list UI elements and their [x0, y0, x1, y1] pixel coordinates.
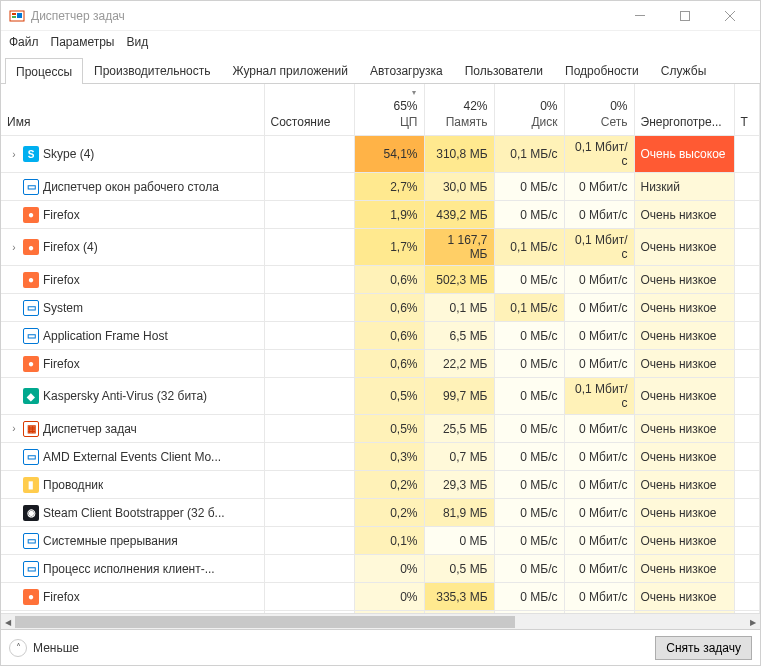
mem-cell: 310,8 МБ — [424, 136, 494, 173]
extra-cell — [734, 201, 760, 229]
process-name: Application Frame Host — [43, 329, 168, 343]
col-header-cpu[interactable]: ▾65%ЦП — [354, 84, 424, 136]
table-row[interactable]: ▭Диспетчер окон рабочего стола2,7%30,0 М… — [1, 173, 760, 201]
net-cell: 0 Мбит/с — [564, 322, 634, 350]
table-row[interactable]: ◆Kaspersky Anti-Virus (32 бита)0,5%99,7 … — [1, 378, 760, 415]
col-header-disk[interactable]: 0%Диск — [494, 84, 564, 136]
firefox-icon: ● — [23, 207, 39, 223]
power-cell: Очень низкое — [634, 415, 734, 443]
status-cell — [264, 378, 354, 415]
process-name: Firefox — [43, 357, 80, 371]
net-cell: 0 Мбит/с — [564, 350, 634, 378]
minimize-button[interactable] — [617, 1, 662, 31]
status-cell — [264, 136, 354, 173]
maximize-button[interactable] — [662, 1, 707, 31]
cpu-cell: 0,5% — [354, 415, 424, 443]
power-cell: Очень низкое — [634, 350, 734, 378]
svg-rect-1 — [12, 13, 16, 15]
table-row[interactable]: ›SSkype (4)54,1%310,8 МБ0,1 МБ/с0,1 Мбит… — [1, 136, 760, 173]
table-row[interactable]: ▭Application Frame Host0,6%6,5 МБ0 МБ/с0… — [1, 322, 760, 350]
net-cell: 0 Мбит/с — [564, 471, 634, 499]
extra-cell — [734, 229, 760, 266]
mem-cell: 25,5 МБ — [424, 415, 494, 443]
chevron-up-icon: ˄ — [16, 642, 21, 653]
cpu-cell: 0,6% — [354, 350, 424, 378]
net-cell: 0 Мбит/с — [564, 266, 634, 294]
menu-item[interactable]: Вид — [126, 35, 148, 49]
col-header-extra[interactable]: Т — [734, 84, 760, 136]
process-name: Steam Client Bootstrapper (32 б... — [43, 506, 225, 520]
power-cell: Очень низкое — [634, 555, 734, 583]
expander-icon[interactable]: › — [9, 423, 19, 434]
net-cell: 0 Мбит/с — [564, 499, 634, 527]
disk-cell: 0,1 МБ/с — [494, 229, 564, 266]
disk-cell: 0 МБ/с — [494, 583, 564, 611]
window-title: Диспетчер задач — [31, 9, 617, 23]
mem-cell: 6,5 МБ — [424, 322, 494, 350]
tab[interactable]: Процессы — [5, 58, 83, 84]
close-button[interactable] — [707, 1, 752, 31]
disk-cell: 0,1 МБ/с — [494, 294, 564, 322]
collapse-label[interactable]: Меньше — [33, 641, 79, 655]
tab[interactable]: Пользователи — [454, 57, 554, 83]
extra-cell — [734, 136, 760, 173]
tab[interactable]: Производительность — [83, 57, 221, 83]
net-cell: 0,1 Мбит/с — [564, 378, 634, 415]
tab[interactable]: Автозагрузка — [359, 57, 454, 83]
cpu-cell: 0,2% — [354, 499, 424, 527]
status-cell — [264, 294, 354, 322]
tab[interactable]: Службы — [650, 57, 717, 83]
extra-cell — [734, 555, 760, 583]
table-row[interactable]: ›▦Диспетчер задач0,5%25,5 МБ0 МБ/с0 Мбит… — [1, 415, 760, 443]
disk-cell: 0 МБ/с — [494, 378, 564, 415]
expander-icon[interactable]: › — [9, 242, 19, 253]
tab[interactable]: Журнал приложений — [222, 57, 359, 83]
extra-cell — [734, 350, 760, 378]
skype-icon: S — [23, 146, 39, 162]
table-row[interactable]: ▭Процесс исполнения клиент-...0%0,5 МБ0 … — [1, 555, 760, 583]
net-cell: 0 Мбит/с — [564, 583, 634, 611]
scroll-thumb[interactable] — [15, 616, 515, 628]
extra-cell — [734, 499, 760, 527]
process-name: Проводник — [43, 478, 103, 492]
svg-rect-3 — [17, 13, 22, 18]
col-header-power[interactable]: Энергопотре... — [634, 84, 734, 136]
disk-cell: 0 МБ/с — [494, 201, 564, 229]
table-row[interactable]: ●Firefox0%335,3 МБ0 МБ/с0 Мбит/сОчень ни… — [1, 583, 760, 611]
scroll-right-icon[interactable]: ▶ — [746, 614, 760, 630]
table-row[interactable]: ▭System0,6%0,1 МБ0,1 МБ/с0 Мбит/сОчень н… — [1, 294, 760, 322]
menu-item[interactable]: Параметры — [51, 35, 115, 49]
process-name: Firefox — [43, 590, 80, 604]
status-cell — [264, 527, 354, 555]
net-cell: 0 Мбит/с — [564, 294, 634, 322]
tab[interactable]: Подробности — [554, 57, 650, 83]
table-row[interactable]: ●Firefox0,6%502,3 МБ0 МБ/с0 Мбит/сОчень … — [1, 266, 760, 294]
table-row[interactable]: ▭AMD External Events Client Mo...0,3%0,7… — [1, 443, 760, 471]
end-task-button[interactable]: Снять задачу — [655, 636, 752, 660]
cpu-cell: 0,6% — [354, 294, 424, 322]
table-row[interactable]: ●Firefox0,6%22,2 МБ0 МБ/с0 Мбит/сОчень н… — [1, 350, 760, 378]
table-row[interactable]: ◉Steam Client Bootstrapper (32 б...0,2%8… — [1, 499, 760, 527]
scroll-left-icon[interactable]: ◀ — [1, 614, 15, 630]
sort-indicator-icon: ▾ — [412, 88, 416, 97]
table-row[interactable]: ▮Проводник0,2%29,3 МБ0 МБ/с0 Мбит/сОчень… — [1, 471, 760, 499]
menu-item[interactable]: Файл — [9, 35, 39, 49]
cpu-cell: 0% — [354, 583, 424, 611]
collapse-toggle-button[interactable]: ˄ — [9, 639, 27, 657]
window-icon: ▭ — [23, 449, 39, 465]
col-header-name[interactable]: Имя — [1, 84, 264, 136]
col-header-memory[interactable]: 42%Память — [424, 84, 494, 136]
table-row[interactable]: ▭Системные прерывания0,1%0 МБ0 МБ/с0 Мби… — [1, 527, 760, 555]
table-row[interactable]: ●Firefox1,9%439,2 МБ0 МБ/с0 Мбит/сОчень … — [1, 201, 760, 229]
mem-cell: 0,5 МБ — [424, 555, 494, 583]
net-cell: 0,1 Мбит/с — [564, 136, 634, 173]
cpu-cell: 0,5% — [354, 378, 424, 415]
titlebar: Диспетчер задач — [1, 1, 760, 31]
col-header-status[interactable]: Состояние — [264, 84, 354, 136]
horizontal-scrollbar[interactable]: ◀ ▶ — [1, 613, 760, 629]
cpu-cell: 0,2% — [354, 471, 424, 499]
expander-icon[interactable]: › — [9, 149, 19, 160]
col-header-network[interactable]: 0%Сеть — [564, 84, 634, 136]
table-row[interactable]: ›●Firefox (4)1,7%1 167,7 МБ0,1 МБ/с0,1 М… — [1, 229, 760, 266]
svg-rect-2 — [12, 16, 16, 18]
